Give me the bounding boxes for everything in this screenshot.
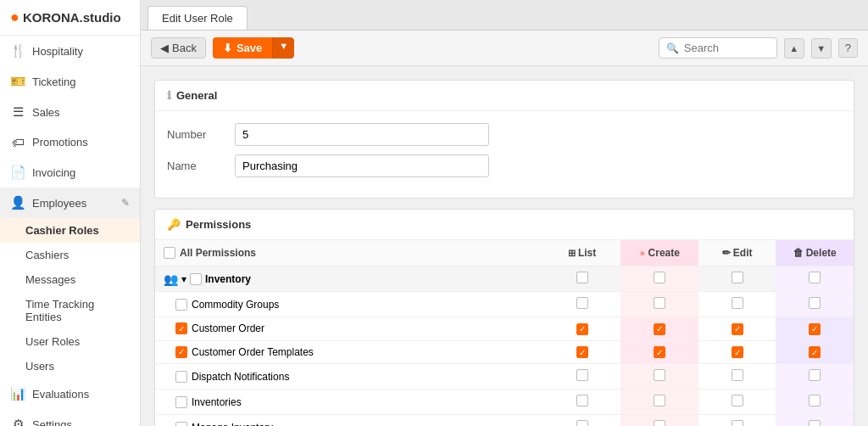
sidebar-label-invoicing: Invoicing [32, 166, 75, 179]
general-card: ℹ General Number Name [154, 80, 854, 199]
inv-create-cb[interactable] [654, 395, 665, 406]
dispatch-list-cell [543, 364, 621, 390]
mi-delete-cell [776, 415, 854, 427]
content-area: ℹ General Number Name 🔑 Permissions [141, 66, 868, 426]
cot-create-cb[interactable]: ✓ [654, 346, 665, 358]
inv-delete-cb[interactable] [809, 395, 821, 406]
mi-delete-cb[interactable] [809, 420, 821, 426]
number-input[interactable] [235, 123, 489, 146]
inventories-row: Inventories [155, 390, 854, 415]
search-input[interactable] [684, 42, 769, 54]
customer-order-label: Customer Order [192, 322, 264, 334]
dispatch-delete-cb[interactable] [809, 369, 821, 381]
co-list-cb[interactable]: ✓ [576, 323, 588, 335]
dispatch-edit-cb[interactable] [732, 369, 743, 381]
back-button[interactable]: ◀ Back [151, 37, 206, 59]
dispatch-create-cb[interactable] [654, 369, 665, 381]
nav-down-icon: ▼ [816, 43, 826, 53]
commodity-groups-cb[interactable] [175, 299, 187, 311]
mi-create-cb[interactable] [654, 420, 665, 426]
nav-up-button[interactable]: ▲ [784, 38, 804, 59]
permissions-table: All Permissions ⊞ List ● [155, 240, 854, 426]
edit-icon[interactable]: ✎ [121, 197, 130, 209]
sidebar-item-ticketing[interactable]: 🎫 Ticketing [0, 66, 140, 97]
number-row: Number [167, 123, 842, 146]
nav-down-button[interactable]: ▼ [811, 38, 832, 59]
save-button[interactable]: ⬇ Save [213, 37, 272, 59]
permissions-key-icon: 🔑 [167, 218, 181, 231]
cg-delete-cb[interactable] [809, 297, 821, 309]
inventory-create-cell [620, 266, 698, 292]
dispatch-edit-cell [698, 364, 776, 390]
cot-list-cell: ✓ [543, 340, 621, 364]
inventory-section-checkbox[interactable] [190, 273, 202, 285]
name-label: Name [167, 160, 235, 172]
help-button[interactable]: ? [838, 38, 858, 58]
manage-inventory-row: Manage Inventory [155, 415, 854, 427]
name-input[interactable] [235, 154, 489, 177]
manage-inventory-cell: Manage Inventory [155, 415, 543, 427]
sidebar-sub-users[interactable]: Users [0, 354, 140, 378]
sidebar-item-invoicing[interactable]: 📄 Invoicing [0, 157, 140, 188]
sidebar-sub-cashier-roles[interactable]: Cashier Roles [0, 218, 140, 243]
inventory-expand-icon[interactable]: ▾ [181, 273, 186, 285]
sidebar-item-promotions[interactable]: 🏷 Promotions [0, 127, 140, 157]
sidebar-item-settings[interactable]: ⚙ Settings [0, 409, 140, 426]
tab-edit-user-role[interactable]: Edit User Role [147, 6, 248, 30]
sidebar-label-hospitality: Hospitality [32, 45, 83, 58]
dispatch-cb[interactable] [175, 371, 187, 383]
sidebar-item-employees[interactable]: 👤 Employees ✎ [0, 188, 140, 218]
main-content: Edit User Role ◀ Back ⬇ Save ▼ 🔍 ▲ ▼ [141, 0, 868, 426]
cot-delete-cb[interactable]: ✓ [809, 346, 821, 358]
cg-create-cell [620, 292, 698, 317]
inventory-edit-cb[interactable] [732, 272, 743, 283]
co-delete-cb[interactable]: ✓ [809, 323, 821, 335]
inv-edit-cb[interactable] [732, 395, 743, 406]
cot-list-cb[interactable]: ✓ [576, 346, 588, 358]
hospitality-icon: 🍴 [10, 43, 25, 59]
sub-label-cashier-roles: Cashier Roles [25, 224, 99, 237]
sidebar-sub-messages[interactable]: Messages [0, 267, 140, 292]
inventories-cb[interactable] [175, 396, 187, 408]
customer-order-cb[interactable]: ✓ [175, 322, 187, 334]
inv-list-cell [543, 390, 621, 415]
settings-icon: ⚙ [10, 417, 25, 426]
customer-order-cell: ✓ Customer Order [155, 317, 543, 341]
cg-create-cb[interactable] [654, 297, 665, 309]
col-create-header: ● Create [620, 240, 698, 266]
inv-list-cb[interactable] [576, 395, 588, 406]
cot-cb[interactable]: ✓ [175, 346, 187, 358]
tab-bar: Edit User Role [141, 0, 868, 31]
sidebar-item-evaluations[interactable]: 📊 Evaluations [0, 378, 140, 409]
sidebar-label-settings: Settings [32, 418, 72, 427]
mi-edit-cb[interactable] [732, 420, 743, 426]
dispatch-list-cb[interactable] [576, 369, 588, 381]
inventory-delete-cb[interactable] [809, 272, 821, 283]
edit-pencil-icon: ✏ [722, 247, 731, 259]
sidebar-item-sales[interactable]: ☰ Sales [0, 97, 140, 127]
save-icon: ⬇ [223, 42, 232, 54]
general-body: Number Name [155, 111, 854, 198]
edit-label: Edit [733, 247, 753, 259]
save-dropdown-button[interactable]: ▼ [272, 37, 294, 59]
sidebar-sub-time-tracking[interactable]: Time Tracking Entities [0, 292, 140, 329]
inv-edit-cell [698, 390, 776, 415]
cg-list-cell [543, 292, 621, 317]
cg-list-cb[interactable] [576, 297, 588, 309]
sidebar-sub-user-roles[interactable]: User Roles [0, 329, 140, 354]
inventory-list-cb[interactable] [576, 272, 588, 283]
all-permissions-checkbox[interactable] [164, 247, 175, 259]
cg-edit-cb[interactable] [732, 297, 743, 309]
sidebar-label-promotions: Promotions [32, 136, 88, 149]
delete-trash-icon: 🗑 [793, 247, 804, 259]
manage-inventory-cb[interactable] [175, 422, 187, 427]
mi-list-cb[interactable] [576, 420, 588, 426]
co-edit-cb[interactable]: ✓ [732, 323, 743, 335]
inventory-create-cb[interactable] [654, 272, 665, 283]
sidebar-item-hospitality[interactable]: 🍴 Hospitality [0, 36, 140, 66]
sidebar-sub-cashiers[interactable]: Cashiers [0, 243, 140, 267]
sub-label-cashiers: Cashiers [25, 249, 69, 261]
cot-edit-cb[interactable]: ✓ [732, 346, 743, 358]
co-create-cb[interactable]: ✓ [654, 323, 665, 335]
save-label: Save [236, 42, 262, 54]
